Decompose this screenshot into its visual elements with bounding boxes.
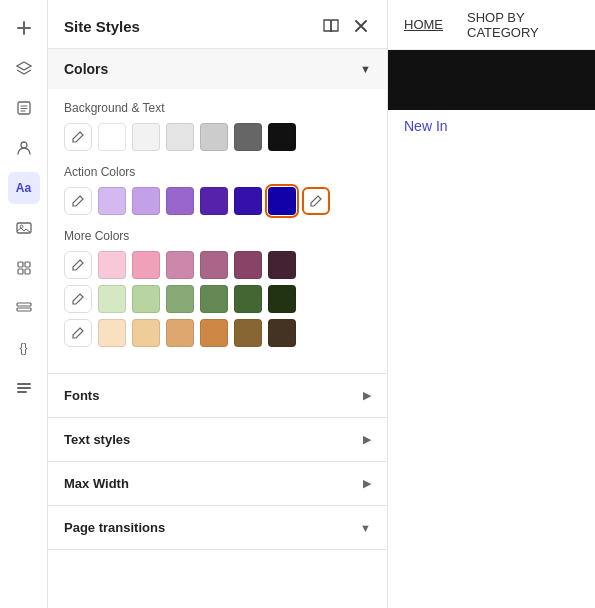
colors-section-title: Colors	[64, 61, 108, 77]
data-icon[interactable]	[8, 372, 40, 404]
swatch-sage[interactable]	[166, 285, 194, 313]
people-icon[interactable]	[8, 132, 40, 164]
swatch-dark-brown[interactable]	[268, 319, 296, 347]
swatch-dark-green[interactable]	[268, 285, 296, 313]
swatch-light-gray-2[interactable]	[166, 123, 194, 151]
edit-more2-btn[interactable]	[64, 285, 92, 313]
fonts-arrow: ▶	[363, 389, 371, 402]
layers-icon[interactable]	[8, 52, 40, 84]
panel-header: Site Styles	[48, 0, 387, 49]
colors-section-header[interactable]: Colors ▼	[48, 49, 387, 89]
svg-rect-8	[17, 303, 31, 306]
edit-more3-btn[interactable]	[64, 319, 92, 347]
swatch-mauve-dark[interactable]	[234, 251, 262, 279]
site-styles-panel: Site Styles Colors ▼ Background & Text	[48, 0, 388, 608]
page-transitions-section: Page transitions ▼	[48, 506, 387, 550]
text-styles-section: Text styles ▶	[48, 418, 387, 462]
swatch-purple-light[interactable]	[166, 187, 194, 215]
background-text-label: Background & Text	[64, 101, 371, 115]
text-styles-arrow: ▶	[363, 433, 371, 446]
nav-shop[interactable]: SHOP BY CATEGORY	[467, 10, 579, 40]
swatch-sage-dark[interactable]	[200, 285, 228, 313]
swatch-tan[interactable]	[166, 319, 194, 347]
more-colors-row2	[64, 285, 371, 313]
svg-rect-6	[18, 269, 23, 274]
code-icon[interactable]: {}	[8, 332, 40, 364]
swatch-white[interactable]	[98, 123, 126, 151]
action-colors-group: Action Colors	[64, 165, 371, 215]
fonts-section: Fonts ▶	[48, 374, 387, 418]
max-width-arrow: ▶	[363, 477, 371, 490]
page-icon[interactable]	[8, 92, 40, 124]
svg-rect-5	[25, 262, 30, 267]
edit-more1-btn[interactable]	[64, 251, 92, 279]
panel-header-icons	[321, 16, 371, 36]
more-colors-group: More Colors	[64, 229, 371, 347]
colors-chevron: ▼	[360, 63, 371, 75]
nav-home[interactable]: HOME	[404, 17, 443, 32]
svg-point-1	[21, 142, 27, 148]
svg-rect-4	[18, 262, 23, 267]
swatch-peach-light[interactable]	[98, 319, 126, 347]
svg-rect-10	[17, 383, 31, 385]
active-edit-btn[interactable]	[302, 187, 330, 215]
page-transitions-header[interactable]: Page transitions ▼	[48, 506, 387, 549]
swatch-light-gray-1[interactable]	[132, 123, 160, 151]
edit-action-btn[interactable]	[64, 187, 92, 215]
image-icon[interactable]	[8, 212, 40, 244]
colors-section-content: Background & Text Action Colors	[48, 89, 387, 373]
svg-rect-7	[25, 269, 30, 274]
swatch-pink[interactable]	[132, 251, 160, 279]
swatch-mauve[interactable]	[200, 251, 228, 279]
left-toolbar: Aa {}	[0, 0, 48, 608]
swatch-brown-light[interactable]	[200, 319, 228, 347]
max-width-header[interactable]: Max Width ▶	[48, 462, 387, 505]
max-width-section: Max Width ▶	[48, 462, 387, 506]
swatch-gray[interactable]	[200, 123, 228, 151]
background-text-group: Background & Text	[64, 101, 371, 151]
svg-point-3	[20, 225, 23, 228]
swatch-purple[interactable]	[200, 187, 228, 215]
page-transitions-arrow: ▼	[360, 522, 371, 534]
svg-rect-9	[17, 308, 31, 311]
background-text-row	[64, 123, 371, 151]
swatch-peach[interactable]	[132, 319, 160, 347]
swatch-black[interactable]	[268, 123, 296, 151]
swatch-pink-dark[interactable]	[166, 251, 194, 279]
main-area: HOME SHOP BY CATEGORY New In Color Picke…	[388, 0, 595, 608]
hero-banner	[388, 50, 595, 110]
swatch-brown[interactable]	[234, 319, 262, 347]
swatch-dark-gray[interactable]	[234, 123, 262, 151]
grid-icon[interactable]	[8, 292, 40, 324]
swatch-green[interactable]	[132, 285, 160, 313]
book-icon[interactable]	[321, 16, 341, 36]
swatch-pink-light[interactable]	[98, 251, 126, 279]
more-colors-row1	[64, 251, 371, 279]
swatch-lavender[interactable]	[132, 187, 160, 215]
close-icon[interactable]	[351, 16, 371, 36]
website-preview: HOME SHOP BY CATEGORY New In	[388, 0, 595, 608]
page-transitions-title: Page transitions	[64, 520, 165, 535]
text-icon[interactable]: Aa	[8, 172, 40, 204]
apps-icon[interactable]	[8, 252, 40, 284]
plus-icon[interactable]	[8, 12, 40, 44]
more-colors-row3	[64, 319, 371, 347]
more-colors-label: More Colors	[64, 229, 371, 243]
swatch-forest[interactable]	[234, 285, 262, 313]
action-colors-row	[64, 187, 371, 215]
max-width-title: Max Width	[64, 476, 129, 491]
svg-rect-12	[17, 391, 27, 393]
swatch-navy-purple[interactable]	[268, 187, 296, 215]
swatch-wine[interactable]	[268, 251, 296, 279]
panel-title: Site Styles	[64, 18, 140, 35]
swatch-purple-dark[interactable]	[234, 187, 262, 215]
edit-background-btn[interactable]	[64, 123, 92, 151]
fonts-header[interactable]: Fonts ▶	[48, 374, 387, 417]
text-styles-header[interactable]: Text styles ▶	[48, 418, 387, 461]
swatch-lavender-light[interactable]	[98, 187, 126, 215]
colors-section: Colors ▼ Background & Text	[48, 49, 387, 374]
new-in-label: New In	[388, 110, 595, 142]
nav-bar: HOME SHOP BY CATEGORY	[388, 0, 595, 50]
swatch-green-light[interactable]	[98, 285, 126, 313]
fonts-title: Fonts	[64, 388, 99, 403]
